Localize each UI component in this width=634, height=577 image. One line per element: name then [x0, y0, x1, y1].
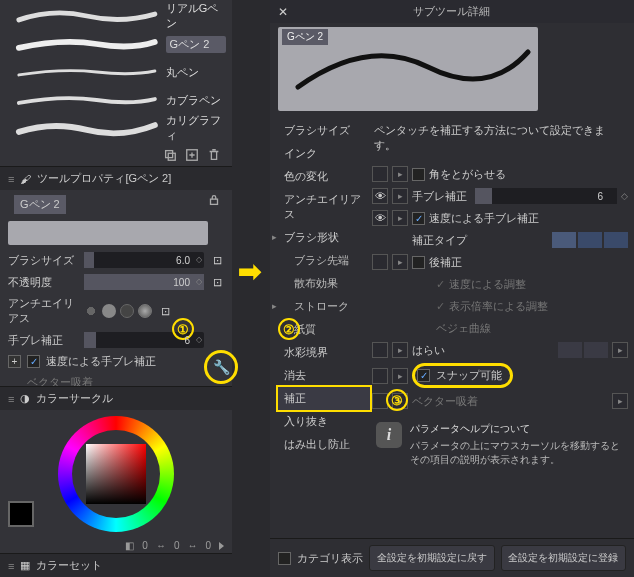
- play-icon[interactable]: [219, 542, 224, 550]
- corner-checkbox[interactable]: [412, 168, 425, 181]
- reset-all-button[interactable]: 全設定を初期設定に戻す: [369, 545, 495, 571]
- cat-erase[interactable]: 消去: [278, 364, 370, 387]
- snap-checkbox[interactable]: ✓: [417, 369, 430, 382]
- expand-icon[interactable]: +: [8, 355, 21, 368]
- cat-brush-tip[interactable]: ブラシ先端: [278, 249, 370, 272]
- opacity-slider[interactable]: 100◇: [84, 274, 204, 290]
- trash-icon[interactable]: [206, 147, 222, 163]
- color-circle-icon: ◑: [20, 392, 30, 405]
- type-chip-2[interactable]: [578, 232, 602, 248]
- lock-icon[interactable]: [206, 192, 222, 208]
- chevron-right-icon[interactable]: ▸: [612, 393, 628, 409]
- duplicate-icon[interactable]: [184, 147, 200, 163]
- expand-toggle[interactable]: ▸: [392, 368, 408, 384]
- brush-item-selected[interactable]: Gペン 2: [14, 30, 226, 58]
- svg-rect-0: [166, 151, 173, 158]
- stabilize-label: 手ブレ補正: [8, 333, 78, 348]
- aa-option-2[interactable]: [102, 304, 116, 318]
- rp-stabilize-slider[interactable]: 6: [475, 188, 617, 204]
- annotation-1: ①: [172, 318, 194, 340]
- cat-stroke[interactable]: ▸ストローク: [278, 295, 370, 318]
- subtool-preview-label: Gペン 2: [282, 29, 328, 45]
- show-toggle[interactable]: [372, 254, 388, 270]
- brush-item[interactable]: リアルGペン: [14, 2, 226, 30]
- cat-brush-size[interactable]: ブラシサイズ: [278, 119, 370, 142]
- chevron-right-icon[interactable]: ▸: [612, 342, 628, 358]
- brush-size-row: ブラシサイズ 6.0◇ ⊡: [0, 249, 232, 271]
- type-chip-1[interactable]: [552, 232, 576, 248]
- corner-label: 角をとがらせる: [429, 167, 506, 182]
- brush-item[interactable]: カブラペン: [14, 86, 226, 114]
- menu-icon[interactable]: ≡: [8, 560, 14, 572]
- menu-icon[interactable]: ≡: [8, 393, 14, 405]
- cat-correction-selected[interactable]: 補正: [278, 387, 370, 410]
- show-toggle[interactable]: [372, 342, 388, 358]
- cat-brush-shape[interactable]: ▸ブラシ形状: [278, 226, 370, 249]
- opacity-label: 不透明度: [8, 275, 78, 290]
- by-speed-label: 速度による調整: [449, 277, 526, 292]
- link-icon[interactable]: ⊡: [210, 253, 224, 267]
- stabilize-slider[interactable]: 6◇: [84, 332, 204, 348]
- brush-item[interactable]: カリグラフィ: [14, 114, 226, 142]
- brush-size-slider[interactable]: 6.0◇: [84, 252, 204, 268]
- close-icon[interactable]: ✕: [278, 5, 288, 19]
- cat-antialias[interactable]: アンチエイリアス: [278, 188, 370, 226]
- aa-option-3[interactable]: [120, 304, 134, 318]
- expand-toggle[interactable]: ▸: [392, 188, 408, 204]
- hsv-icon[interactable]: ◧: [125, 540, 134, 551]
- brush-size-label: ブラシサイズ: [8, 253, 78, 268]
- show-toggle[interactable]: [372, 368, 388, 384]
- cat-scatter[interactable]: 散布効果: [278, 272, 370, 295]
- brush-name: Gペン 2: [166, 36, 226, 53]
- show-toggle[interactable]: 👁: [372, 188, 388, 204]
- harai-chip-2[interactable]: [584, 342, 608, 358]
- cat-in-out[interactable]: 入り抜き: [278, 410, 370, 433]
- expand-toggle[interactable]: ▸: [392, 254, 408, 270]
- wrench-icon[interactable]: 🔧: [213, 359, 230, 375]
- rp-speed-label: 速度による手ブレ補正: [429, 211, 539, 226]
- cat-watercolor-edge[interactable]: 水彩境界: [278, 341, 370, 364]
- harai-chip-1[interactable]: [558, 342, 582, 358]
- speed-checkbox[interactable]: ✓: [412, 212, 425, 225]
- expand-toggle[interactable]: ▸: [392, 342, 408, 358]
- readout-v: 0: [205, 540, 211, 551]
- rp-stabilize-value: 6: [597, 191, 603, 202]
- correction-type-chips[interactable]: [552, 232, 628, 248]
- brush-stroke-preview: [14, 34, 160, 54]
- category-show-checkbox[interactable]: [278, 552, 291, 565]
- expand-toggle[interactable]: ▸: [392, 166, 408, 182]
- cat-color-change[interactable]: 色の変化: [278, 165, 370, 188]
- menu-icon[interactable]: ≡: [8, 173, 14, 185]
- show-toggle[interactable]: [372, 166, 388, 182]
- register-all-button[interactable]: 全設定を初期設定に登録: [501, 545, 627, 571]
- bezier-label: ベジェ曲線: [436, 321, 491, 336]
- antialias-label: アンチエイリアス: [8, 296, 78, 326]
- antialias-options[interactable]: [84, 304, 152, 318]
- category-hint: ペンタッチを補正する方法について設定できます。: [372, 119, 628, 163]
- type-chip-3[interactable]: [604, 232, 628, 248]
- aa-option-4[interactable]: [138, 304, 152, 318]
- link-icon[interactable]: ⊡: [210, 275, 224, 289]
- show-toggle[interactable]: 👁: [372, 210, 388, 226]
- opacity-row: 不透明度 100◇ ⊡: [0, 271, 232, 293]
- by-zoom-label: 表示倍率による調整: [449, 299, 548, 314]
- color-swatch[interactable]: [8, 501, 34, 527]
- harai-chips[interactable]: [558, 342, 608, 358]
- harai-label: はらい: [412, 343, 445, 358]
- tool-property-title: ツールプロパティ[Gペン 2]: [37, 171, 171, 186]
- aa-option-1[interactable]: [84, 304, 98, 318]
- snap-highlight: ✓ スナップ可能: [412, 363, 513, 388]
- annotation-3: ③: [386, 389, 408, 411]
- color-wheel[interactable]: [58, 416, 174, 532]
- brush-list: リアルGペン Gペン 2 丸ペン カブラペン カリグラフィ: [0, 0, 232, 144]
- speed-stabilize-checkbox[interactable]: ✓: [27, 355, 40, 368]
- cat-overflow[interactable]: はみ出し防止: [278, 433, 370, 456]
- expand-toggle[interactable]: ▸: [392, 210, 408, 226]
- saturation-value-box[interactable]: [86, 444, 146, 504]
- copy-icon[interactable]: [162, 147, 178, 163]
- post-corr-checkbox[interactable]: [412, 256, 425, 269]
- link-icon[interactable]: ⊡: [158, 304, 172, 318]
- cat-ink[interactable]: インク: [278, 142, 370, 165]
- brush-item[interactable]: 丸ペン: [14, 58, 226, 86]
- arrow-annotation: ➡: [238, 255, 261, 288]
